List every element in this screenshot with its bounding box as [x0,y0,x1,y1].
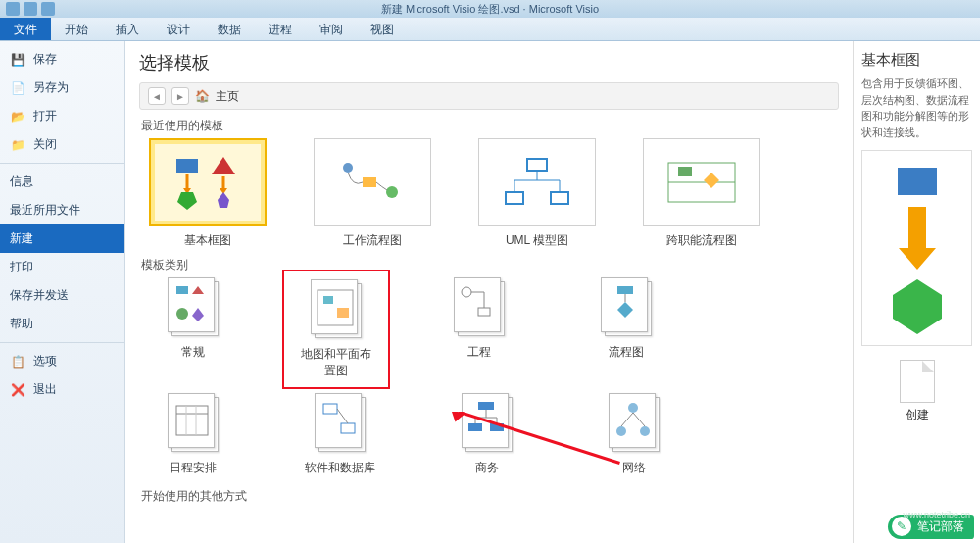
sidebar-open[interactable]: 📂打开 [0,102,124,130]
svg-rect-20 [678,167,692,176]
sidebar-print[interactable]: 打印 [0,253,124,281]
sidebar-save-send-label: 保存并发送 [10,287,69,304]
tab-file[interactable]: 文件 [0,18,51,40]
tab-insert[interactable]: 插入 [102,18,153,40]
category-general[interactable]: 常规 [139,277,247,381]
category-flowchart[interactable]: 流程图 [572,277,680,381]
home-icon[interactable]: 🏠 [195,89,210,103]
svg-marker-56 [899,207,936,270]
sidebar-close-label: 关闭 [33,136,57,153]
template-thumb [643,138,760,226]
sidebar-save[interactable]: 💾保存 [0,45,124,74]
sidebar-new-label: 新建 [10,230,33,247]
svg-marker-25 [192,308,204,321]
categories-row-1: 常规 地图和平面布置图 工程 流程图 [139,277,839,381]
svg-rect-55 [898,168,937,195]
sidebar-exit[interactable]: ❌退出 [0,375,124,404]
svg-line-53 [621,413,633,426]
sidebar-saveas[interactable]: 📄另存为 [0,74,124,102]
svg-marker-7 [218,192,229,208]
svg-marker-21 [704,173,719,188]
sidebar-close[interactable]: 📁关闭 [0,130,124,159]
tab-home[interactable]: 开始 [51,18,102,40]
preview-description: 包含用于反馈循环图、层次结构图、数据流程图和功能分解图等的形状和连接线。 [861,75,972,140]
recent-templates-row: 基本框图 工作流程图 UML 模型图 跨职能流程图 [139,138,839,249]
categories-row-2: 日程安排 软件和数据库 商务 网络 [139,393,839,476]
svg-rect-33 [617,286,633,294]
svg-rect-32 [478,308,490,316]
svg-point-52 [640,426,650,436]
sidebar-options-label: 选项 [33,353,57,370]
template-label: UML 模型图 [506,232,568,249]
template-crossfunc[interactable]: 跨职能流程图 [633,138,770,249]
svg-rect-13 [551,192,568,204]
sidebar-options[interactable]: 📋选项 [0,347,124,375]
svg-point-10 [386,186,398,198]
svg-rect-28 [337,308,349,318]
sidebar-new[interactable]: 新建 [0,224,124,253]
close-icon: 📁 [10,137,25,153]
svg-point-24 [176,308,188,320]
category-engineering[interactable]: 工程 [425,277,533,381]
other-ways-label: 开始使用的其他方式 [141,488,839,505]
sidebar-open-label: 打开 [33,108,57,124]
sidebar-save-send[interactable]: 保存并发送 [0,281,124,310]
svg-rect-40 [323,404,337,414]
category-business[interactable]: 商务 [433,393,541,476]
title-bar: 新建 Microsoft Visio 绘图.vsd · Microsoft Vi… [0,0,980,18]
category-label: 工程 [467,344,491,361]
sidebar-recent[interactable]: 最近所用文件 [0,196,124,224]
svg-rect-44 [468,423,482,431]
backstage-sidebar: 💾保存 📄另存为 📂打开 📁关闭 信息 最近所用文件 新建 打印 保存并发送 帮… [0,41,125,543]
breadcrumb: ◄ ► 🏠 主页 [139,82,839,110]
svg-line-54 [633,413,645,426]
svg-marker-34 [617,302,633,318]
template-label: 基本框图 [184,232,231,249]
breadcrumb-home[interactable]: 主页 [216,88,239,105]
tab-view[interactable]: 视图 [357,18,408,40]
watermark-text: 笔记部落 [917,518,964,535]
svg-rect-12 [506,192,523,204]
sidebar-saveas-label: 另存为 [33,79,69,96]
svg-rect-22 [176,286,188,294]
svg-point-29 [462,287,471,297]
template-thumb [478,138,596,226]
create-icon[interactable] [900,360,935,403]
category-label: 网络 [622,460,646,476]
sidebar-help[interactable]: 帮助 [0,310,124,338]
sidebar-info-label: 信息 [10,173,33,190]
category-network[interactable]: 网络 [580,393,688,476]
sidebar-print-label: 打印 [10,259,33,275]
template-uml[interactable]: UML 模型图 [468,138,606,249]
template-thumb [314,138,431,226]
svg-rect-27 [323,296,333,304]
sidebar-info[interactable]: 信息 [0,168,124,196]
sidebar-recent-label: 最近所用文件 [10,202,80,219]
preview-image [861,150,972,346]
category-schedule[interactable]: 日程安排 [139,393,247,476]
nav-back-button[interactable]: ◄ [148,87,166,105]
sidebar-help-label: 帮助 [10,316,33,332]
template-basic-block[interactable]: 基本框图 [139,138,276,249]
create-label[interactable]: 创建 [906,407,929,423]
tab-review[interactable]: 审阅 [306,18,357,40]
category-map-floorplan[interactable]: 地图和平面布置图 [282,270,390,389]
category-label: 软件和数据库 [305,460,375,476]
category-label: 常规 [181,344,205,361]
tab-process[interactable]: 进程 [255,18,306,40]
create-area: 创建 [861,360,972,423]
nav-forward-button[interactable]: ► [172,87,189,105]
watermark-icon: ✎ [892,517,911,536]
open-icon: 📂 [10,109,25,124]
svg-rect-41 [341,423,355,433]
template-workflow[interactable]: 工作流程图 [304,138,441,249]
template-thumb [149,138,267,226]
category-label: 地图和平面布置图 [296,346,376,379]
category-thumb [307,279,366,342]
save-icon: 💾 [10,52,25,68]
template-label: 工作流程图 [343,232,402,249]
tab-design[interactable]: 设计 [153,18,204,40]
category-software-db[interactable]: 软件和数据库 [286,393,394,476]
tab-data[interactable]: 数据 [204,18,255,40]
svg-rect-36 [176,406,208,435]
